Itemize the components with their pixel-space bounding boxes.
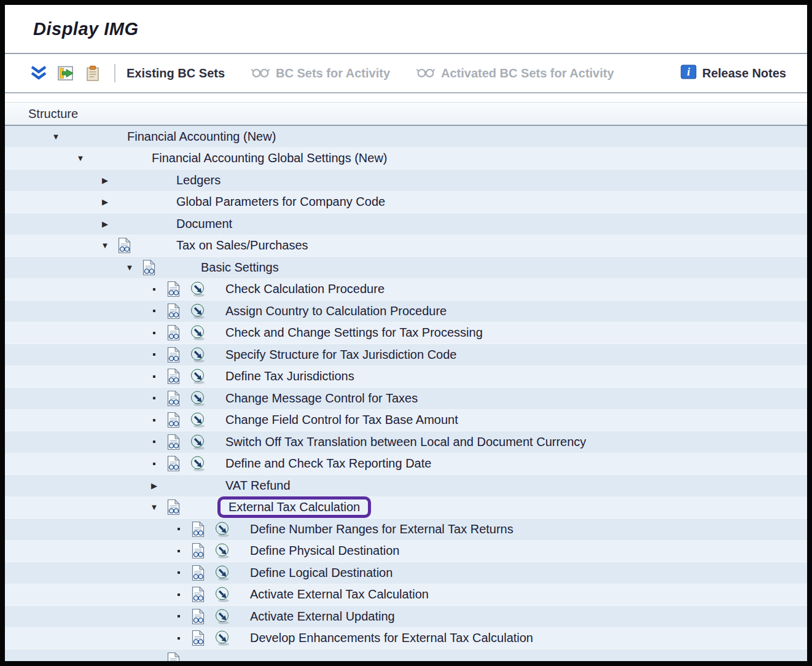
- img-doc-icon[interactable]: [161, 390, 185, 407]
- position-icon[interactable]: [55, 63, 76, 84]
- img-doc-icon[interactable]: [161, 303, 185, 319]
- tree-node[interactable]: Define and Check Tax Reporting Date: [5, 453, 807, 476]
- tree-node-label[interactable]: Check Calculation Procedure: [225, 282, 385, 296]
- expander[interactable]: ▼: [123, 263, 136, 272]
- img-activity-icon[interactable]: [185, 303, 210, 319]
- img-activity-icon[interactable]: [185, 434, 210, 450]
- tree-node[interactable]: ▼: [5, 235, 807, 257]
- img-activity-icon[interactable]: [210, 608, 235, 625]
- tree-node-label[interactable]: Specify Structure for Tax Jurisdiction C…: [225, 348, 456, 362]
- img-doc-icon[interactable]: [185, 630, 210, 646]
- tree-node-label[interactable]: External Tax Calculation: [217, 496, 371, 518]
- img-activity-icon[interactable]: [210, 565, 235, 581]
- tree-node-label[interactable]: Tax on Sales/Purchases: [176, 238, 308, 253]
- img-activity-icon[interactable]: [185, 324, 210, 341]
- expander[interactable]: ▶: [98, 219, 112, 229]
- img-doc-icon[interactable]: [112, 237, 136, 254]
- tree-node[interactable]: ▶: [5, 192, 807, 214]
- img-doc-icon[interactable]: [161, 652, 185, 661]
- img-doc-icon[interactable]: [161, 368, 185, 385]
- tree-node[interactable]: Change Field Control for Tax Base Amount: [5, 410, 807, 432]
- tree-node[interactable]: Specify Structure for Tax Jurisdiction C…: [5, 344, 807, 366]
- img-doc-icon[interactable]: [161, 281, 185, 297]
- tree-node-label[interactable]: Ledgers: [176, 173, 221, 187]
- tree-node[interactable]: ▶: [5, 170, 807, 192]
- tree-node[interactable]: ▼: [5, 126, 807, 148]
- img-activity-icon[interactable]: [185, 412, 210, 428]
- collapse-all-icon[interactable]: [28, 63, 49, 84]
- tree-node[interactable]: ▶: [5, 213, 807, 235]
- tree-node-label[interactable]: Document: [176, 217, 232, 231]
- tree-node-label[interactable]: Switch Off Tax Translation between Local…: [225, 435, 586, 449]
- expander[interactable]: ▼: [147, 503, 161, 512]
- tree-node-label[interactable]: Define Number Ranges for External Tax Re…: [250, 522, 513, 536]
- tree-node-label[interactable]: Develop Enhancements for External Tax Ca…: [250, 631, 533, 645]
- tree-node-label[interactable]: Financial Accounting (New): [127, 130, 276, 144]
- img-activity-icon[interactable]: [185, 347, 210, 363]
- tree-node[interactable]: Check and Change Settings for Tax Proces…: [5, 323, 807, 345]
- tree-node[interactable]: ▶: [5, 475, 807, 497]
- img-activity-icon[interactable]: [185, 455, 210, 472]
- expander[interactable]: ▶: [98, 176, 112, 185]
- tree-indent: [5, 257, 123, 278]
- expander[interactable]: ▼: [98, 241, 112, 250]
- expander[interactable]: ▶: [98, 197, 112, 206]
- tree-node-label[interactable]: Global Parameters for Company Code: [176, 195, 385, 209]
- tree-node-label[interactable]: Define Logical Destination: [250, 566, 392, 580]
- existing-bc-sets-button[interactable]: Existing BC Sets: [127, 66, 225, 80]
- tree-node[interactable]: ▼: [5, 257, 807, 279]
- img-doc-icon[interactable]: [161, 324, 185, 341]
- tree-node-label[interactable]: Activate External Updating: [250, 609, 395, 624]
- expander[interactable]: ▼: [49, 132, 63, 141]
- tree-node-label[interactable]: Define Tax Jurisdictions: [225, 369, 354, 383]
- img-doc-icon[interactable]: [161, 455, 185, 472]
- expander[interactable]: ▼: [74, 154, 87, 163]
- tree-node[interactable]: ▼: [5, 148, 807, 170]
- img-activity-icon[interactable]: [185, 281, 210, 297]
- tree-node[interactable]: Define Logical Destination: [5, 562, 807, 584]
- tree-node-label[interactable]: Define and Check Tax Reporting Date: [225, 456, 431, 471]
- img-doc-icon[interactable]: [185, 586, 210, 603]
- tree-indent: [5, 323, 147, 344]
- clipboard-icon[interactable]: [82, 63, 103, 84]
- tree-node-label[interactable]: Activate External Tax Calculation: [250, 587, 429, 601]
- tree-node-label[interactable]: Basic Settings: [201, 261, 279, 275]
- tree-node[interactable]: Activate External Updating: [5, 606, 807, 628]
- img-activity-icon[interactable]: [210, 630, 235, 646]
- tree-node-label[interactable]: Check and Change Settings for Tax Proces…: [225, 326, 483, 340]
- tree-node[interactable]: Change Message Control for Taxes: [5, 388, 807, 410]
- tree-node[interactable]: Define Tax Jurisdictions: [5, 366, 807, 388]
- img-activity-icon[interactable]: [210, 521, 235, 538]
- tree-node[interactable]: Define Number Ranges for External Tax Re…: [5, 519, 807, 541]
- img-doc-icon[interactable]: [185, 521, 210, 538]
- tree-node-label[interactable]: Financial Accounting Global Settings (Ne…: [152, 151, 388, 165]
- tree-node[interactable]: Assign Country to Calculation Procedure: [5, 300, 807, 323]
- img-doc-icon[interactable]: [185, 608, 210, 625]
- tree-node[interactable]: Develop Enhancements for External Tax Ca…: [5, 628, 807, 650]
- tree-node-label[interactable]: VAT Refund: [225, 479, 291, 493]
- tree-node[interactable]: Switch Off Tax Translation between Local…: [5, 431, 807, 453]
- img-doc-icon[interactable]: [161, 412, 185, 428]
- tree-node[interactable]: ▼: [5, 497, 807, 519]
- img-doc-icon[interactable]: [185, 565, 210, 581]
- img-doc-icon[interactable]: [161, 347, 185, 363]
- img-doc-icon[interactable]: [161, 499, 185, 515]
- tree-node-label[interactable]: Assign Country to Calculation Procedure: [225, 304, 447, 318]
- tree-node-label[interactable]: Define Physical Destination: [250, 544, 399, 558]
- img-activity-icon[interactable]: [210, 543, 235, 559]
- tree-node-label[interactable]: Change Message Control for Taxes: [225, 391, 418, 405]
- tree-node-label[interactable]: Change Field Control for Tax Base Amount: [225, 413, 458, 427]
- tree-indent: [5, 497, 147, 519]
- img-activity-icon[interactable]: [185, 390, 210, 407]
- img-activity-icon[interactable]: [185, 368, 210, 385]
- img-doc-icon[interactable]: [136, 259, 161, 276]
- tree-node[interactable]: Define Physical Destination: [5, 541, 807, 563]
- expander[interactable]: ▶: [147, 481, 161, 490]
- img-doc-icon[interactable]: [185, 543, 210, 559]
- img-doc-icon[interactable]: [161, 434, 185, 450]
- tree-node[interactable]: [5, 649, 807, 661]
- tree-node[interactable]: Activate External Tax Calculation: [5, 584, 807, 606]
- release-notes-button[interactable]: i Release Notes: [681, 65, 786, 82]
- img-activity-icon[interactable]: [210, 586, 235, 603]
- tree-node[interactable]: Check Calculation Procedure: [5, 279, 807, 301]
